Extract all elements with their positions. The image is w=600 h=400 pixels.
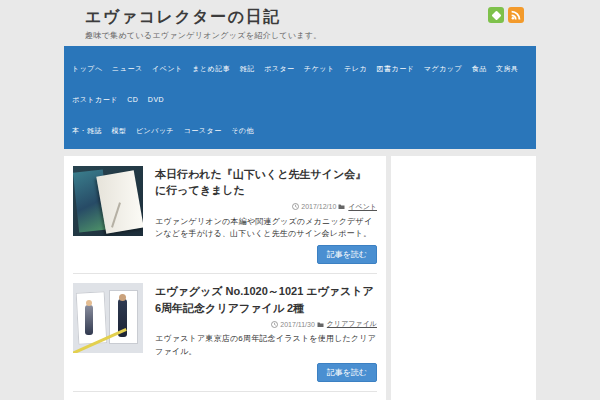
page-container: エヴァコレクターの日記 趣味で集めているエヴァンゲリオングッズを紹介しています。…	[64, 0, 536, 400]
follow-icons	[488, 7, 524, 23]
main-nav: トップへ ニュース イベント まとめ記事 雑記 ポスター チケット テレカ 図書…	[64, 46, 536, 149]
article-meta: 2017/11/30 クリアファイル	[155, 319, 377, 329]
nav-item-book-card[interactable]: 図書カード	[377, 62, 415, 76]
nav-item-event[interactable]: イベント	[152, 62, 183, 76]
article-date: 2017/11/30	[280, 321, 315, 328]
folder-icon	[317, 321, 324, 328]
nav-item-telephone-card[interactable]: テレカ	[344, 62, 367, 76]
site-header: エヴァコレクターの日記 趣味で集めているエヴァンゲリオングッズを紹介しています。	[64, 0, 536, 46]
nav-item-news[interactable]: ニュース	[112, 62, 143, 76]
article-date: 2017/12/10	[301, 203, 336, 210]
article-title[interactable]: 本日行われた『山下いくと先生サイン会』に行ってきました	[155, 166, 377, 199]
site-description: 趣味で集めているエヴァンゲリオングッズを紹介しています。	[85, 30, 536, 41]
article-card: 本日行われた『山下いくと先生サイン会』に行ってきました 2017/12/10 イ…	[73, 166, 377, 275]
nav-item-cd[interactable]: CD	[127, 93, 138, 107]
nav-item-matome[interactable]: まとめ記事	[192, 62, 230, 76]
feedly-icon[interactable]	[488, 7, 504, 23]
rss-icon[interactable]	[508, 7, 524, 23]
sidebar-ad-placeholder	[391, 156, 536, 400]
folder-icon	[338, 203, 345, 210]
nav-item-other[interactable]: その他	[231, 124, 254, 138]
nav-item-mug[interactable]: マグカップ	[424, 62, 462, 76]
clock-icon	[292, 203, 299, 210]
clock-icon	[271, 321, 278, 328]
nav-item-model[interactable]: 模型	[111, 124, 126, 138]
article-thumbnail[interactable]	[73, 283, 143, 353]
sidebar	[391, 156, 536, 400]
read-more-button[interactable]: 記事を読む	[317, 363, 377, 382]
article-category-link[interactable]: クリアファイル	[327, 319, 377, 329]
nav-item-pin-badge[interactable]: ピンバッチ	[136, 124, 174, 138]
nav-item-zakki[interactable]: 雑記	[240, 62, 255, 76]
nav-item-food[interactable]: 食品	[472, 62, 487, 76]
article-card: エヴァグッズ No.1020～1021 エヴァストア6周年記念クリアファイル 2…	[73, 283, 377, 392]
nav-item-poster[interactable]: ポスター	[264, 62, 295, 76]
read-more-button[interactable]: 記事を読む	[317, 245, 377, 264]
nav-item-top[interactable]: トップへ	[72, 62, 103, 76]
article-category-link[interactable]: イベント	[348, 202, 377, 212]
article-excerpt: エヴァストア東京店の6周年記念イラストを使用したクリアファイル。	[155, 333, 377, 358]
nav-item-stationery[interactable]: 文房具	[496, 62, 519, 76]
nav-item-books-magazines[interactable]: 本・雑誌	[72, 124, 102, 138]
article-meta: 2017/12/10 イベント	[155, 202, 377, 212]
site-title[interactable]: エヴァコレクターの日記	[85, 7, 536, 28]
nav-item-dvd[interactable]: DVD	[148, 93, 164, 107]
nav-item-ticket[interactable]: チケット	[304, 62, 335, 76]
content-area: 本日行われた『山下いくと先生サイン会』に行ってきました 2017/12/10 イ…	[64, 156, 536, 400]
article-thumbnail[interactable]	[73, 166, 143, 236]
nav-item-postcard[interactable]: ポストカード	[72, 93, 118, 107]
article-list: 本日行われた『山下いくと先生サイン会』に行ってきました 2017/12/10 イ…	[64, 156, 386, 400]
article-title[interactable]: エヴァグッズ No.1020～1021 エヴァストア6周年記念クリアファイル 2…	[155, 283, 377, 316]
nav-item-coaster[interactable]: コースター	[184, 124, 222, 138]
article-excerpt: エヴァンゲリオンの本編や関連グッズのメカニックデザインなどを手がける、山下いくと…	[155, 216, 377, 241]
